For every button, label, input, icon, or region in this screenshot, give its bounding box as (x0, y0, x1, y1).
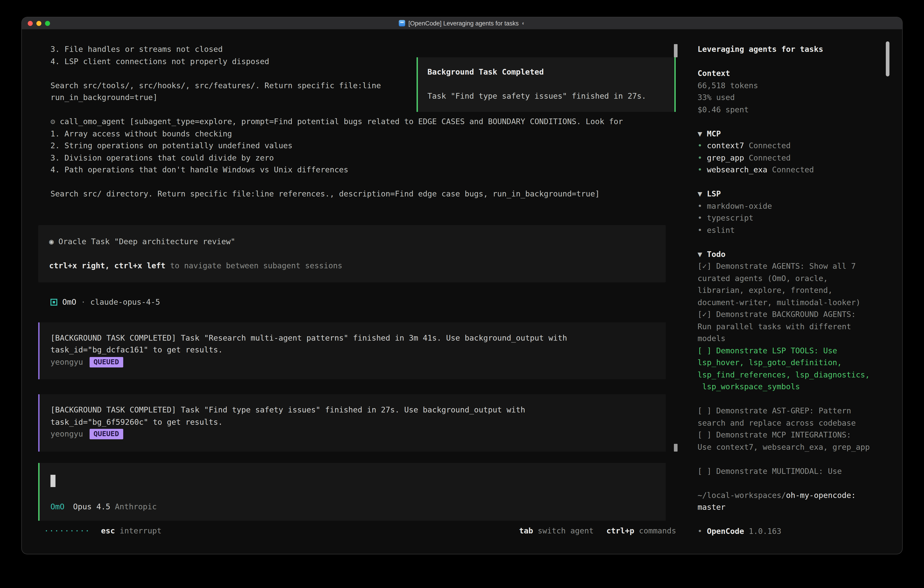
text-line: 3. Division operations that could divide… (38, 152, 666, 164)
text-line: • context7 Connected (698, 140, 891, 152)
message-line: task_id="bg_6f59260c" to get results. (51, 416, 655, 428)
keybind-hints: tab switch agentctrl+p commands (519, 525, 676, 537)
blank-line (698, 477, 891, 489)
text-line: 3. File handles or streams not closed (38, 43, 666, 55)
blank-line (698, 236, 891, 248)
text-line: [✓] Demonstrate BACKGROUND AGENTS: (698, 308, 891, 320)
text-line: search and replace across codebase (698, 417, 891, 429)
spinner-dots: ········· (44, 525, 90, 537)
blank-line (698, 55, 891, 67)
text-line: 33% used (698, 91, 891, 104)
status-bar: ········· esc interrupt tab switch agent… (38, 525, 666, 537)
message-author: yeongyu (51, 429, 83, 438)
input-agent-name: OmO (51, 502, 64, 511)
background-task-message: [BACKGROUND TASK COMPLETED] Task "Resear… (38, 322, 666, 379)
agent-session-header: OmO · claude-opus-4-5 (38, 296, 666, 308)
terminal-app-icon (399, 20, 405, 26)
message-line: [BACKGROUND TASK COMPLETED] Task "Find t… (51, 404, 655, 416)
text-line: 4. Path operations that don't handle Win… (38, 164, 666, 176)
window-controls (28, 21, 50, 26)
text-line: lsp_hover, lsp_goto_definition, (698, 357, 891, 368)
subagent-navigation-hint: ctrl+x right, ctrl+x left to navigate be… (49, 259, 655, 271)
message-meta: yeongyuQUEUED (51, 428, 655, 440)
text-line: 2. String operations on potentially unde… (38, 140, 666, 152)
agent-name: OmO (62, 296, 76, 308)
separator: · (76, 296, 90, 308)
text-line: ▼ Todo (698, 248, 891, 260)
text-line: master (698, 501, 891, 513)
message-author: yeongyu (51, 357, 83, 366)
content-area: 3. File handles or streams not closed4. … (22, 30, 902, 554)
activity-indicator-icon: ◐ (522, 20, 525, 26)
prompt-input[interactable]: OmOOpus 4.5Anthropic (38, 463, 666, 520)
sidebar-lines: Leveraging agents for tasks Context66,51… (698, 43, 891, 537)
text-line: ~/local-workspaces/oh-my-opencode: (698, 489, 891, 501)
text-line: • websearch_exa Connected (698, 164, 891, 176)
queued-badge: QUEUED (89, 429, 123, 439)
text-line: 1. Array access without bounds checking (38, 127, 666, 140)
desktop: [OpenCode] Leveraging agents for tasks ◐… (0, 0, 924, 588)
titlebar[interactable]: [OpenCode] Leveraging agents for tasks ◐ (22, 17, 902, 30)
text-line: 66,518 tokens (698, 79, 891, 91)
blank-line (698, 176, 891, 188)
text-line: [ ] Demonstrate MULTIMODAL: Use (698, 465, 891, 477)
text-line: curated agents (OmO, oracle, (698, 272, 891, 284)
chat-transcript: 3. File handles or streams not closed4. … (22, 30, 688, 554)
zoom-button[interactable] (45, 21, 50, 26)
input-model-name: Opus 4.5 (73, 502, 110, 511)
toast-title: Background Task Completed (427, 66, 674, 78)
agent-model: claude-opus-4-5 (90, 296, 160, 308)
message-line: task_id="bg_dcfac161" to get results. (51, 344, 655, 356)
window-title: [OpenCode] Leveraging agents for tasks ◐ (22, 17, 902, 29)
text-line: [ ] Demonstrate AST-GREP: Pattern (698, 405, 891, 417)
blank-line (698, 513, 891, 525)
text-line: lsp_workspace_symbols (698, 381, 891, 393)
ctrl-p-key-hint: ctrl+p (606, 526, 634, 535)
background-task-message: [BACKGROUND TASK COMPLETED] Task "Find t… (38, 394, 666, 451)
text-line: Context (698, 67, 891, 79)
text-line: Leveraging agents for tasks (698, 43, 891, 55)
message-line: [BACKGROUND TASK COMPLETED] Task "Resear… (51, 332, 655, 344)
text-line: [ ] Demonstrate LSP TOOLS: Use (698, 345, 891, 357)
close-button[interactable] (28, 21, 33, 26)
text-line: [ ] Demonstrate MCP INTEGRATIONS: (698, 429, 891, 441)
oracle-task-title: ◉ Oracle Task "Deep architecture review" (49, 235, 655, 248)
text-line: ▼ LSP (698, 188, 891, 200)
sidebar: Leveraging agents for tasks Context66,51… (688, 30, 902, 554)
omo-agent-icon (51, 299, 57, 306)
toast-body: Task "Find type safety issues" finished … (427, 90, 674, 102)
text-line: Use context7, websearch_exa, grep_app (698, 441, 891, 453)
text-line: $0.46 spent (698, 104, 891, 116)
text-line: • grep_app Connected (698, 152, 891, 164)
esc-hint: esc interrupt (101, 525, 162, 537)
blank-line (698, 116, 891, 127)
text-cursor (51, 474, 56, 487)
terminal-window: [OpenCode] Leveraging agents for tasks ◐… (22, 17, 902, 554)
tab-key-hint: tab (519, 526, 533, 535)
sidebar-scrollbar-thumb[interactable] (886, 41, 889, 76)
oracle-icon: ◉ (49, 237, 58, 246)
text-line: • markdown-oxide (698, 200, 891, 212)
text-line: • eslint (698, 224, 891, 236)
text-line: • typescript (698, 212, 891, 224)
window-title-text: [OpenCode] Leveraging agents for tasks (408, 20, 519, 26)
queued-badge: QUEUED (89, 357, 123, 367)
text-line: ⚙ call_omo_agent [subagent_type=explore,… (38, 116, 666, 127)
input-provider-name: Anthropic (115, 502, 157, 511)
text-line: librarian, explore, frontend, (698, 284, 891, 296)
text-line: Search src/ directory. Return specific f… (38, 188, 666, 200)
scrollbar-thumb[interactable] (674, 444, 678, 452)
blank-line (38, 176, 666, 188)
text-line: [✓] Demonstrate AGENTS: Show all 7 (698, 260, 891, 272)
text-line: lsp_find_references, lsp_diagnostics, (698, 368, 891, 381)
input-model-row: OmOOpus 4.5Anthropic (51, 501, 655, 513)
scrollbar-thumb[interactable] (674, 44, 678, 57)
text-line: • OpenCode 1.0.163 (698, 525, 891, 537)
blank-line (698, 453, 891, 465)
text-line: ▼ MCP (698, 127, 891, 140)
oracle-task-panel: ◉ Oracle Task "Deep architecture review"… (38, 225, 666, 282)
message-meta: yeongyuQUEUED (51, 356, 655, 368)
text-line: Run parallel tasks with different (698, 320, 891, 332)
minimize-button[interactable] (36, 21, 41, 26)
text-line: models (698, 332, 891, 345)
